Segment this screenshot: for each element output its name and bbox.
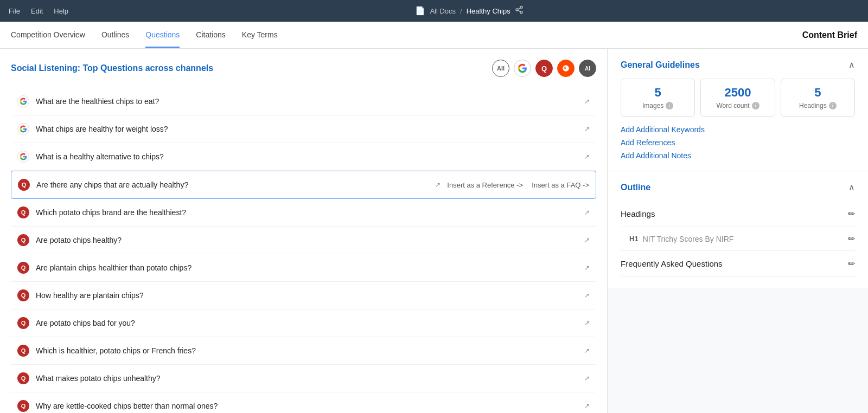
- outline-title: Outline: [621, 183, 650, 192]
- svg-point-0: [520, 6, 522, 8]
- filter-google[interactable]: [514, 60, 531, 77]
- question-row[interactable]: What is a healthy alternative to chips? …: [11, 143, 596, 171]
- tab-competition-overview[interactable]: Competition Overview: [11, 23, 85, 48]
- add-references-link[interactable]: Add References: [621, 138, 855, 147]
- breadcrumb-sep: /: [460, 7, 462, 15]
- question-row[interactable]: Q How healthy are plantain chips? ↗: [11, 282, 596, 309]
- left-panel: Social Listening: Top Questions across c…: [0, 49, 608, 413]
- external-link-icon[interactable]: ↗: [584, 209, 590, 216]
- tab-key-terms[interactable]: Key Terms: [242, 23, 278, 48]
- doc-icon: 📄: [415, 6, 425, 16]
- share-icon[interactable]: [515, 5, 524, 16]
- question-row-selected[interactable]: Q Are there any chips that are actually …: [11, 171, 596, 199]
- source-icon-quora: Q: [18, 179, 30, 191]
- headings-info-icon[interactable]: i: [829, 102, 837, 109]
- edit-h1-icon[interactable]: ✏: [848, 234, 855, 244]
- right-panel: General Guidelines ∧ 5 Images i 2500 Wor…: [608, 49, 868, 413]
- stat-images-label: Images i: [628, 102, 688, 109]
- edit-faq-icon[interactable]: ✏: [848, 259, 855, 269]
- stat-wordcount: 2500 Word count i: [700, 79, 775, 117]
- file-menu[interactable]: File: [9, 7, 20, 15]
- source-icon-quora: Q: [17, 206, 29, 218]
- tab-questions[interactable]: Questions: [145, 23, 180, 48]
- collapse-icon[interactable]: ∧: [848, 60, 855, 70]
- outline-item-h1: H1 NIT Trichy Scores By NIRF ✏: [621, 227, 855, 251]
- filter-all[interactable]: All: [492, 60, 509, 77]
- tab-outlines[interactable]: Outlines: [101, 23, 129, 48]
- external-link-icon[interactable]: ↗: [584, 402, 590, 410]
- external-link-icon[interactable]: ↗: [584, 153, 590, 160]
- question-row[interactable]: What chips are healthy for weight loss? …: [11, 115, 596, 143]
- question-row[interactable]: Q Which potato chips brand are the healt…: [11, 199, 596, 227]
- section-header: Social Listening: Top Questions across c…: [11, 60, 596, 77]
- external-link-icon[interactable]: ↗: [584, 319, 590, 327]
- filter-reddit[interactable]: R: [557, 60, 575, 77]
- external-link-icon[interactable]: ↗: [584, 347, 590, 354]
- insert-as-faq-link[interactable]: Insert as a FAQ ->: [532, 181, 589, 189]
- question-row[interactable]: What are the healthiest chips to eat? ↗: [11, 88, 596, 115]
- stat-images: 5 Images i: [621, 79, 695, 117]
- action-links: Add Additional Keywords Add References A…: [621, 125, 855, 160]
- question-text: How healthy are plantain chips?: [36, 291, 576, 300]
- wordcount-info-icon[interactable]: i: [752, 102, 760, 109]
- filter-quora[interactable]: Q: [535, 60, 553, 77]
- tab-citations[interactable]: Citations: [196, 23, 225, 48]
- source-icon-quora: Q: [17, 262, 29, 274]
- svg-text:R: R: [564, 66, 566, 70]
- stat-images-value: 5: [628, 86, 688, 100]
- help-menu[interactable]: Help: [54, 7, 68, 15]
- stat-headings: 5 Headings i: [781, 79, 855, 117]
- edit-menu[interactable]: Edit: [31, 7, 43, 15]
- filter-buttons: All Q R AI: [492, 60, 596, 77]
- question-row[interactable]: Q Why are kettle-cooked chips better tha…: [11, 392, 596, 413]
- nav-tabs: Competition Overview Outlines Questions …: [0, 22, 868, 49]
- svg-point-1: [516, 9, 518, 11]
- outline-section: Outline ∧ Headings ✏ H1 NIT Trichy Score…: [608, 171, 868, 288]
- external-link-icon[interactable]: ↗: [584, 292, 590, 299]
- external-link-icon[interactable]: ↗: [584, 125, 590, 133]
- question-text: What makes potato chips unhealthy?: [36, 374, 576, 383]
- general-guidelines-header: General Guidelines ∧: [621, 60, 855, 70]
- source-icon-quora: Q: [17, 400, 29, 412]
- source-icon-quora: Q: [17, 289, 29, 301]
- question-text: Are plantain chips healthier than potato…: [36, 263, 576, 272]
- stat-wordcount-value: 2500: [707, 86, 768, 100]
- images-info-icon[interactable]: i: [666, 102, 673, 109]
- external-link-icon[interactable]: ↗: [435, 181, 441, 189]
- question-text: What are the healthiest chips to eat?: [36, 97, 576, 106]
- question-row[interactable]: Q Which is healthier, potato chips or Fr…: [11, 337, 596, 365]
- add-additional-notes-link[interactable]: Add Additional Notes: [621, 151, 855, 160]
- breadcrumb-current: Healthy Chips: [467, 7, 510, 15]
- external-link-icon[interactable]: ↗: [584, 264, 590, 272]
- outline-collapse-icon[interactable]: ∧: [848, 182, 855, 192]
- source-icon-google: [17, 95, 29, 107]
- insert-as-reference-link[interactable]: Insert as a Reference ->: [447, 181, 523, 189]
- outline-item-faq: Frequently Asked Questions ✏: [621, 251, 855, 277]
- source-icon-quora: Q: [17, 234, 29, 246]
- filter-ai[interactable]: AI: [579, 60, 596, 77]
- stat-headings-value: 5: [788, 86, 848, 100]
- question-actions: Insert as a Reference -> Insert as a FAQ…: [447, 181, 589, 189]
- question-text: Which potato chips brand are the healthi…: [36, 208, 576, 217]
- outline-items: Headings ✏ H1 NIT Trichy Scores By NIRF …: [621, 201, 855, 277]
- outline-header: Outline ∧: [621, 182, 855, 192]
- source-icon-google: [17, 151, 29, 163]
- question-row[interactable]: Q Are potato chips healthy? ↗: [11, 227, 596, 254]
- svg-line-3: [518, 10, 520, 12]
- breadcrumb-all[interactable]: All Docs: [430, 7, 456, 15]
- external-link-icon[interactable]: ↗: [584, 236, 590, 244]
- main-layout: Social Listening: Top Questions across c…: [0, 49, 868, 413]
- external-link-icon[interactable]: ↗: [584, 375, 590, 382]
- outline-item-label: Headings: [621, 209, 655, 218]
- edit-headings-icon[interactable]: ✏: [848, 209, 855, 219]
- external-link-icon[interactable]: ↗: [584, 98, 590, 105]
- question-row[interactable]: Q Are plantain chips healthier than pota…: [11, 254, 596, 282]
- general-guidelines-title: General Guidelines: [621, 60, 700, 70]
- source-icon-quora: Q: [17, 372, 29, 384]
- add-additional-keywords-link[interactable]: Add Additional Keywords: [621, 125, 855, 134]
- h1-badge: H1: [629, 235, 639, 243]
- question-text: What chips are healthy for weight loss?: [36, 125, 576, 133]
- question-row[interactable]: Q Are potato chips bad for you? ↗: [11, 309, 596, 337]
- question-row[interactable]: Q What makes potato chips unhealthy? ↗: [11, 365, 596, 392]
- section-title: Social Listening: Top Questions across c…: [11, 63, 213, 73]
